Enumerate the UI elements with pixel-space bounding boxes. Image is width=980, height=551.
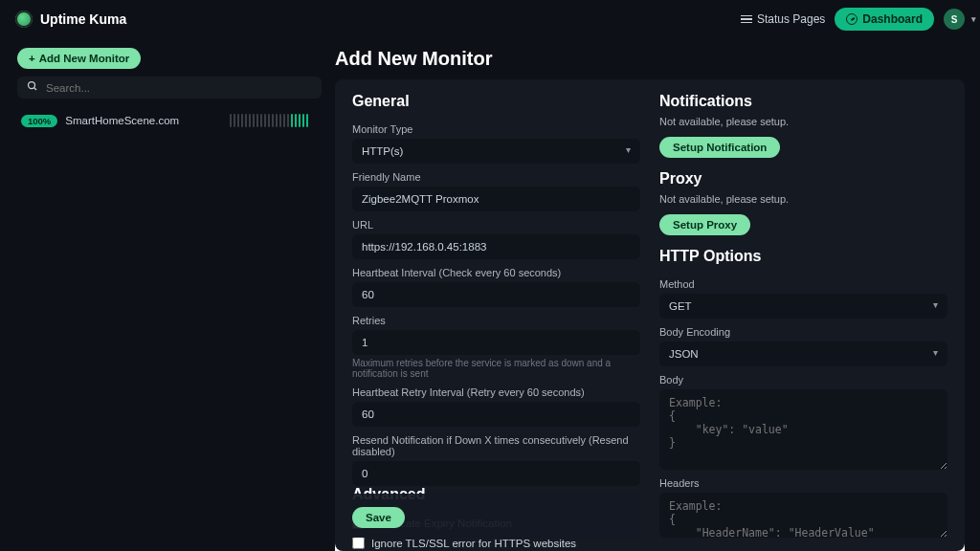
ignore-tls-row[interactable]: Ignore TLS/SSL error for HTTPS websites (352, 537, 640, 549)
resend-input[interactable] (352, 461, 640, 486)
notifications-heading: Notifications (659, 93, 947, 110)
svg-line-1 (34, 88, 37, 91)
headers-textarea[interactable] (659, 493, 947, 538)
monitor-type-label: Monitor Type (352, 123, 640, 135)
url-label: URL (352, 219, 640, 231)
ignore-tls-label: Ignore TLS/SSL error for HTTPS websites (371, 538, 576, 549)
resend-label: Resend Notification if Down X times cons… (352, 434, 640, 457)
retry-interval-label: Heartbeat Retry Interval (Retry every 60… (352, 386, 640, 398)
plus-icon: + (29, 53, 35, 64)
monitor-name: SmartHomeScene.com (65, 115, 221, 126)
notifications-na: Not available, please setup. (659, 116, 947, 127)
monitor-type-select[interactable] (352, 139, 640, 164)
heartbeat-interval-input[interactable] (352, 282, 640, 307)
friendly-name-label: Friendly Name (352, 171, 640, 183)
monitor-item[interactable]: 100% SmartHomeScene.com (17, 106, 312, 131)
headers-label: Headers (659, 477, 947, 489)
avatar[interactable]: S (944, 9, 965, 30)
svg-point-0 (29, 82, 35, 89)
method-label: Method (659, 278, 947, 290)
dashboard-button[interactable]: Dashboard (835, 8, 934, 31)
proxy-heading: Proxy (659, 170, 947, 187)
brand-text: Uptime Kuma (40, 11, 126, 27)
body-label: Body (659, 374, 947, 386)
save-button[interactable]: Save (352, 507, 405, 528)
uptime-badge: 100% (21, 115, 57, 127)
ignore-tls-checkbox[interactable] (352, 537, 365, 549)
logo-icon (15, 11, 33, 28)
add-button-label: Add New Monitor (39, 53, 130, 64)
setup-proxy-button[interactable]: Setup Proxy (659, 214, 750, 235)
status-pages-link[interactable]: Status Pages (741, 12, 825, 26)
body-encoding-select[interactable] (659, 342, 947, 366)
retry-interval-input[interactable] (352, 402, 640, 427)
retries-help: Maximum retries before the service is ma… (352, 358, 640, 379)
method-select[interactable] (659, 294, 947, 319)
hamburger-icon (741, 15, 752, 24)
search-icon (27, 80, 38, 95)
proxy-na: Not available, please setup. (659, 193, 947, 205)
http-options-heading: HTTP Options (659, 248, 947, 265)
avatar-initial: S (951, 14, 958, 25)
page-title: Add New Monitor (335, 48, 965, 70)
body-textarea[interactable] (659, 389, 947, 470)
heartbeat-bar (230, 114, 309, 127)
friendly-name-input[interactable] (352, 187, 640, 211)
general-heading: General (352, 93, 640, 110)
search-input[interactable] (46, 82, 312, 94)
gauge-icon (846, 13, 858, 25)
retries-label: Retries (352, 315, 640, 326)
status-pages-label: Status Pages (757, 12, 825, 26)
dashboard-label: Dashboard (862, 12, 923, 26)
retries-input[interactable] (352, 330, 640, 355)
heartbeat-interval-label: Heartbeat Interval (Check every 60 secon… (352, 267, 640, 278)
brand[interactable]: Uptime Kuma (15, 11, 126, 28)
url-input[interactable] (352, 234, 640, 259)
add-new-monitor-button[interactable]: + Add New Monitor (17, 48, 141, 69)
setup-notification-button[interactable]: Setup Notification (659, 137, 780, 158)
body-encoding-label: Body Encoding (659, 326, 947, 338)
